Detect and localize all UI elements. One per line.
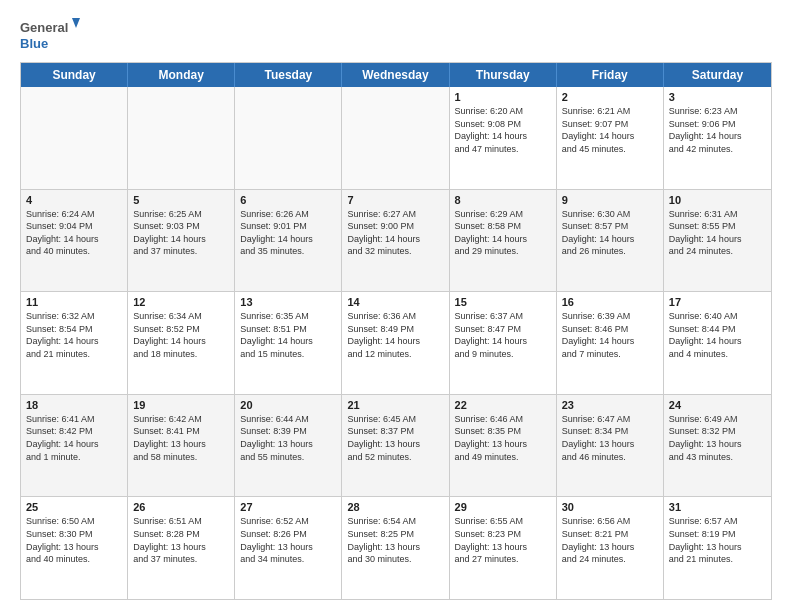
cell-text: Sunrise: 6:41 AM	[26, 413, 122, 426]
cell-text: Daylight: 14 hours	[26, 438, 122, 451]
day-cell-2: 2Sunrise: 6:21 AMSunset: 9:07 PMDaylight…	[557, 87, 664, 189]
cell-text: Daylight: 14 hours	[562, 233, 658, 246]
cell-text: and 34 minutes.	[240, 553, 336, 566]
empty-cell	[235, 87, 342, 189]
cell-text: Sunrise: 6:35 AM	[240, 310, 336, 323]
day-number: 23	[562, 399, 658, 411]
cell-text: Sunrise: 6:29 AM	[455, 208, 551, 221]
calendar-header: SundayMondayTuesdayWednesdayThursdayFrid…	[21, 63, 771, 87]
day-number: 6	[240, 194, 336, 206]
cell-text: Sunset: 9:06 PM	[669, 118, 766, 131]
day-number: 5	[133, 194, 229, 206]
cell-text: Sunset: 8:26 PM	[240, 528, 336, 541]
svg-marker-2	[72, 18, 80, 28]
day-number: 2	[562, 91, 658, 103]
cell-text: Sunset: 8:28 PM	[133, 528, 229, 541]
cell-text: and 21 minutes.	[26, 348, 122, 361]
day-number: 31	[669, 501, 766, 513]
cell-text: and 26 minutes.	[562, 245, 658, 258]
cell-text: Sunset: 9:04 PM	[26, 220, 122, 233]
day-cell-16: 16Sunrise: 6:39 AMSunset: 8:46 PMDayligh…	[557, 292, 664, 394]
cell-text: Sunrise: 6:36 AM	[347, 310, 443, 323]
cell-text: Daylight: 13 hours	[26, 541, 122, 554]
cell-text: Sunrise: 6:31 AM	[669, 208, 766, 221]
day-number: 25	[26, 501, 122, 513]
cell-text: Sunrise: 6:32 AM	[26, 310, 122, 323]
day-cell-20: 20Sunrise: 6:44 AMSunset: 8:39 PMDayligh…	[235, 395, 342, 497]
day-cell-7: 7Sunrise: 6:27 AMSunset: 9:00 PMDaylight…	[342, 190, 449, 292]
cell-text: Sunrise: 6:27 AM	[347, 208, 443, 221]
cell-text: and 9 minutes.	[455, 348, 551, 361]
cell-text: Sunrise: 6:23 AM	[669, 105, 766, 118]
cell-text: and 21 minutes.	[669, 553, 766, 566]
cell-text: Sunset: 9:07 PM	[562, 118, 658, 131]
cell-text: Daylight: 14 hours	[562, 335, 658, 348]
day-cell-6: 6Sunrise: 6:26 AMSunset: 9:01 PMDaylight…	[235, 190, 342, 292]
cell-text: Daylight: 14 hours	[669, 130, 766, 143]
cell-text: and 24 minutes.	[669, 245, 766, 258]
cell-text: Sunrise: 6:57 AM	[669, 515, 766, 528]
day-cell-18: 18Sunrise: 6:41 AMSunset: 8:42 PMDayligh…	[21, 395, 128, 497]
cell-text: Daylight: 13 hours	[562, 541, 658, 554]
cell-text: Sunset: 8:41 PM	[133, 425, 229, 438]
empty-cell	[21, 87, 128, 189]
day-number: 7	[347, 194, 443, 206]
day-header-thursday: Thursday	[450, 63, 557, 87]
cell-text: Sunrise: 6:26 AM	[240, 208, 336, 221]
cell-text: and 32 minutes.	[347, 245, 443, 258]
day-cell-19: 19Sunrise: 6:42 AMSunset: 8:41 PMDayligh…	[128, 395, 235, 497]
day-number: 12	[133, 296, 229, 308]
week-row-1: 1Sunrise: 6:20 AMSunset: 9:08 PMDaylight…	[21, 87, 771, 189]
cell-text: Sunset: 9:08 PM	[455, 118, 551, 131]
cell-text: Sunset: 8:21 PM	[562, 528, 658, 541]
cell-text: Daylight: 14 hours	[240, 233, 336, 246]
cell-text: and 49 minutes.	[455, 451, 551, 464]
week-row-3: 11Sunrise: 6:32 AMSunset: 8:54 PMDayligh…	[21, 291, 771, 394]
day-cell-21: 21Sunrise: 6:45 AMSunset: 8:37 PMDayligh…	[342, 395, 449, 497]
day-cell-9: 9Sunrise: 6:30 AMSunset: 8:57 PMDaylight…	[557, 190, 664, 292]
day-cell-22: 22Sunrise: 6:46 AMSunset: 8:35 PMDayligh…	[450, 395, 557, 497]
day-header-wednesday: Wednesday	[342, 63, 449, 87]
cell-text: and 30 minutes.	[347, 553, 443, 566]
cell-text: Sunrise: 6:56 AM	[562, 515, 658, 528]
cell-text: and 7 minutes.	[562, 348, 658, 361]
cell-text: Sunset: 8:23 PM	[455, 528, 551, 541]
week-row-2: 4Sunrise: 6:24 AMSunset: 9:04 PMDaylight…	[21, 189, 771, 292]
cell-text: Daylight: 13 hours	[240, 541, 336, 554]
day-cell-23: 23Sunrise: 6:47 AMSunset: 8:34 PMDayligh…	[557, 395, 664, 497]
cell-text: Sunset: 8:57 PM	[562, 220, 658, 233]
cell-text: Sunset: 8:19 PM	[669, 528, 766, 541]
cell-text: Sunset: 8:49 PM	[347, 323, 443, 336]
cell-text: Daylight: 13 hours	[455, 541, 551, 554]
svg-text:General: General	[20, 20, 68, 35]
day-number: 14	[347, 296, 443, 308]
cell-text: Sunrise: 6:25 AM	[133, 208, 229, 221]
cell-text: and 15 minutes.	[240, 348, 336, 361]
day-cell-8: 8Sunrise: 6:29 AMSunset: 8:58 PMDaylight…	[450, 190, 557, 292]
cell-text: Daylight: 13 hours	[347, 541, 443, 554]
day-cell-31: 31Sunrise: 6:57 AMSunset: 8:19 PMDayligh…	[664, 497, 771, 599]
day-cell-27: 27Sunrise: 6:52 AMSunset: 8:26 PMDayligh…	[235, 497, 342, 599]
day-cell-30: 30Sunrise: 6:56 AMSunset: 8:21 PMDayligh…	[557, 497, 664, 599]
cell-text: Sunset: 8:55 PM	[669, 220, 766, 233]
cell-text: Daylight: 13 hours	[347, 438, 443, 451]
day-number: 1	[455, 91, 551, 103]
cell-text: Sunrise: 6:46 AM	[455, 413, 551, 426]
cell-text: and 27 minutes.	[455, 553, 551, 566]
day-number: 13	[240, 296, 336, 308]
cell-text: and 29 minutes.	[455, 245, 551, 258]
day-cell-11: 11Sunrise: 6:32 AMSunset: 8:54 PMDayligh…	[21, 292, 128, 394]
day-number: 10	[669, 194, 766, 206]
cell-text: Daylight: 13 hours	[669, 438, 766, 451]
calendar: SundayMondayTuesdayWednesdayThursdayFrid…	[20, 62, 772, 600]
calendar-body: 1Sunrise: 6:20 AMSunset: 9:08 PMDaylight…	[21, 87, 771, 599]
cell-text: and 42 minutes.	[669, 143, 766, 156]
day-number: 26	[133, 501, 229, 513]
cell-text: Sunset: 8:34 PM	[562, 425, 658, 438]
day-number: 11	[26, 296, 122, 308]
cell-text: Sunrise: 6:21 AM	[562, 105, 658, 118]
cell-text: Sunrise: 6:39 AM	[562, 310, 658, 323]
cell-text: Sunset: 8:54 PM	[26, 323, 122, 336]
day-header-sunday: Sunday	[21, 63, 128, 87]
day-header-tuesday: Tuesday	[235, 63, 342, 87]
